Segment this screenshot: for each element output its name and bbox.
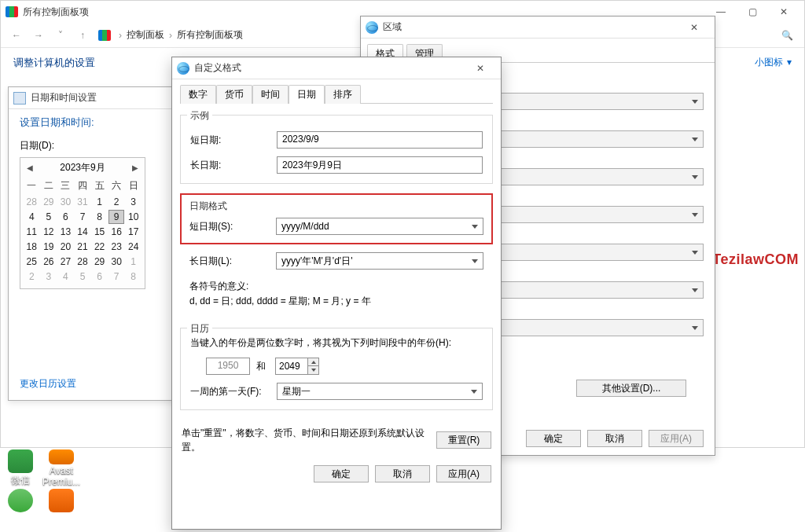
clock-icon <box>13 92 26 105</box>
cancel-button[interactable]: 取消 <box>587 430 642 447</box>
reset-button[interactable]: 重置(R) <box>436 431 491 449</box>
date-label: 日期(D): <box>20 139 145 152</box>
globe-icon <box>177 62 189 75</box>
cancel-button[interactable]: 取消 <box>375 465 430 482</box>
example-group: 示例 短日期: 2023/9/9 长日期: 2023年9月9日 <box>180 115 493 184</box>
desktop-icon[interactable] <box>41 487 82 526</box>
ok-button[interactable]: 确定 <box>314 465 369 482</box>
calendar-grid: 一二三四五六日 28293031123 45678910 11121314151… <box>24 178 142 284</box>
close-button[interactable]: ✕ <box>465 59 496 78</box>
short-date-format-combo[interactable]: yyyy/M/ddd <box>276 218 483 235</box>
globe-icon <box>366 21 378 34</box>
close-button[interactable]: ✕ <box>768 2 799 21</box>
extra-settings-button[interactable]: 其他设置(D)... <box>576 380 686 397</box>
two-digit-year-label: 当键入的年份是两位数字时，将其视为下列时间段中的年份(H): <box>190 336 483 350</box>
tab-date[interactable]: 日期 <box>289 85 325 104</box>
spin-down[interactable] <box>307 366 318 374</box>
short-date-sample: 2023/9/9 <box>277 131 483 149</box>
view-mode-dropdown[interactable]: 小图标 ▾ <box>755 56 792 78</box>
desktop-icon[interactable]: 微信 <box>0 448 41 487</box>
forward-button[interactable]: → <box>29 26 48 45</box>
tab-time[interactable]: 时间 <box>252 85 289 104</box>
tab-currency[interactable]: 货币 <box>216 85 252 104</box>
group-title: 日期格式 <box>189 200 483 213</box>
first-day-label: 一周的第一天(F): <box>190 385 277 398</box>
prev-month[interactable]: ◀ <box>27 163 33 172</box>
desktop-icon[interactable]: AvastPremiu... <box>41 448 82 487</box>
dialog-title: 日期和时间设置 <box>31 91 97 105</box>
window-title: 所有控制面板项 <box>23 6 89 19</box>
dialog-title: 自定义格式 <box>194 61 241 75</box>
control-panel-icon <box>6 6 18 17</box>
calendar[interactable]: ◀ 2023年9月 ▶ 一二三四五六日 28293031123 45678910… <box>20 157 145 289</box>
desktop-icon[interactable] <box>0 487 41 526</box>
history-dropdown[interactable]: ˅ <box>51 26 70 45</box>
tab-number[interactable]: 数字 <box>180 85 216 104</box>
cp-path-icon <box>98 30 111 41</box>
long-date-sample: 2023年9月9日 <box>277 156 483 174</box>
symbols-text: d, dd = 日; ddd, dddd = 星期; M = 月; y = 年 <box>189 294 483 309</box>
apply-button[interactable]: 应用(A) <box>649 430 704 447</box>
spin-up[interactable] <box>307 358 318 366</box>
back-button[interactable]: ← <box>7 26 26 45</box>
and-label: 和 <box>256 360 266 373</box>
custom-format-dialog: 自定义格式 ✕ 数字 货币 时间 日期 排序 示例 短日期: 2023/9/9 … <box>171 57 502 530</box>
selected-day[interactable]: 9 <box>108 210 125 224</box>
symbols-label: 各符号的意义: <box>189 279 483 294</box>
breadcrumb[interactable]: 控制面板 <box>127 28 164 42</box>
year-to-spinner[interactable]: 2049 <box>275 358 319 375</box>
long-date-label: 长日期: <box>190 159 277 172</box>
watermark: TezilawCOM <box>712 251 799 268</box>
date-format-highlight: 日期格式 短日期(S): yyyy/M/ddd <box>180 193 493 244</box>
short-date-label: 短日期: <box>190 134 277 147</box>
close-button[interactable]: ✕ <box>678 18 710 37</box>
desktop-icons: 微信 AvastPremiu... <box>0 448 82 526</box>
calendar-month: 2023年9月 <box>60 161 105 174</box>
calendar-group: 日历 当键入的年份是两位数字时，将其视为下列时间段中的年份(H): 1950 和… <box>180 328 493 410</box>
short-format-label: 短日期(S): <box>189 220 276 233</box>
reset-hint: 单击"重置"，将数字、货币、时间和日期还原到系统默认设置。 <box>182 426 428 454</box>
change-calendar-link[interactable]: 更改日历设置 <box>20 377 76 391</box>
apply-button[interactable]: 应用(A) <box>436 465 491 482</box>
year-from: 1950 <box>206 358 250 375</box>
page-title: 调整计算机的设置 <box>13 56 95 70</box>
next-month[interactable]: ▶ <box>132 163 138 172</box>
search-icon[interactable]: 🔍 <box>781 30 793 41</box>
first-day-combo[interactable]: 星期一 <box>277 383 483 400</box>
up-button[interactable]: ↑ <box>73 26 92 45</box>
dialog-title: 区域 <box>383 20 402 34</box>
ok-button[interactable]: 确定 <box>526 430 581 447</box>
long-format-label: 长日期(L): <box>189 255 276 268</box>
tab-sort[interactable]: 排序 <box>325 85 361 104</box>
maximize-button[interactable]: ▢ <box>737 2 768 21</box>
breadcrumb[interactable]: 所有控制面板项 <box>177 28 243 42</box>
long-date-format-combo[interactable]: yyyy'年'M'月'd'日' <box>276 252 483 270</box>
